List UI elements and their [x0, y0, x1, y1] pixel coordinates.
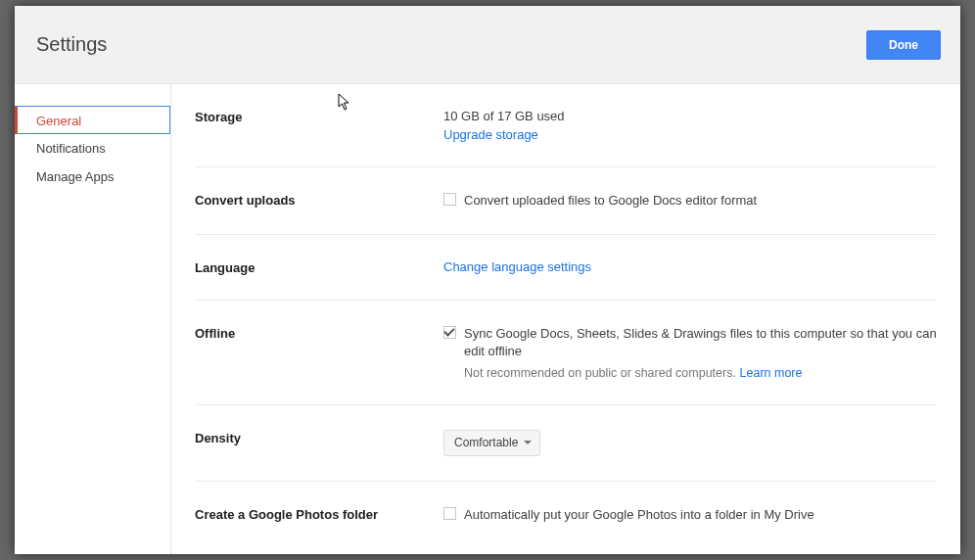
sidebar-item-general[interactable]: General [15, 106, 170, 134]
convert-uploads-text: Convert uploaded files to Google Docs ed… [464, 192, 757, 210]
upgrade-storage-link[interactable]: Upgrade storage [443, 127, 538, 142]
settings-dialog: Settings Done General Notifications Mana… [15, 6, 960, 554]
dialog-header: Settings Done [15, 6, 960, 84]
storage-usage-text: 10 GB of 17 GB used [443, 109, 937, 123]
done-button[interactable]: Done [866, 30, 941, 60]
settings-sidebar: General Notifications Manage Apps [15, 84, 171, 554]
row-storage: Storage 10 GB of 17 GB used Upgrade stor… [195, 84, 937, 167]
content-offline: Sync Google Docs, Sheets, Slides & Drawi… [443, 325, 937, 379]
row-convert-uploads: Convert uploads Convert uploaded files t… [195, 167, 937, 235]
content-google-photos: Automatically put your Google Photos int… [443, 506, 937, 524]
offline-learn-more-link[interactable]: Learn more [740, 366, 803, 380]
convert-uploads-checkbox[interactable] [443, 193, 456, 206]
row-offline: Offline Sync Google Docs, Sheets, Slides… [195, 301, 937, 404]
sidebar-item-manage-apps[interactable]: Manage Apps [15, 163, 170, 191]
google-photos-text: Automatically put your Google Photos int… [464, 506, 814, 524]
label-offline: Offline [195, 325, 443, 379]
caret-down-icon [524, 441, 532, 444]
label-density: Density [195, 430, 443, 456]
density-dropdown[interactable]: Comfortable [443, 430, 540, 456]
row-language: Language Change language settings [195, 235, 937, 301]
label-google-photos: Create a Google Photos folder [195, 506, 443, 524]
dialog-body: General Notifications Manage Apps Storag… [15, 84, 960, 554]
sidebar-item-notifications[interactable]: Notifications [15, 134, 170, 163]
offline-note-text: Not recommended on public or shared comp… [464, 366, 736, 380]
label-convert-uploads: Convert uploads [195, 192, 443, 210]
dialog-title: Settings [36, 33, 107, 56]
google-photos-checkbox[interactable] [443, 507, 456, 520]
label-storage: Storage [195, 109, 443, 142]
label-language: Language [195, 259, 443, 275]
row-density: Density Comfortable [195, 405, 937, 482]
content-convert-uploads: Convert uploaded files to Google Docs ed… [443, 192, 937, 210]
offline-sync-checkbox[interactable] [443, 326, 456, 339]
density-value: Comfortable [454, 436, 518, 449]
change-language-link[interactable]: Change language settings [443, 259, 591, 274]
row-google-photos: Create a Google Photos folder Automatica… [195, 482, 937, 548]
content-storage: 10 GB of 17 GB used Upgrade storage [443, 109, 937, 142]
content-density: Comfortable [443, 430, 937, 456]
settings-content[interactable]: Storage 10 GB of 17 GB used Upgrade stor… [171, 84, 960, 554]
content-language: Change language settings [443, 259, 937, 275]
offline-sync-text: Sync Google Docs, Sheets, Slides & Drawi… [464, 325, 937, 360]
